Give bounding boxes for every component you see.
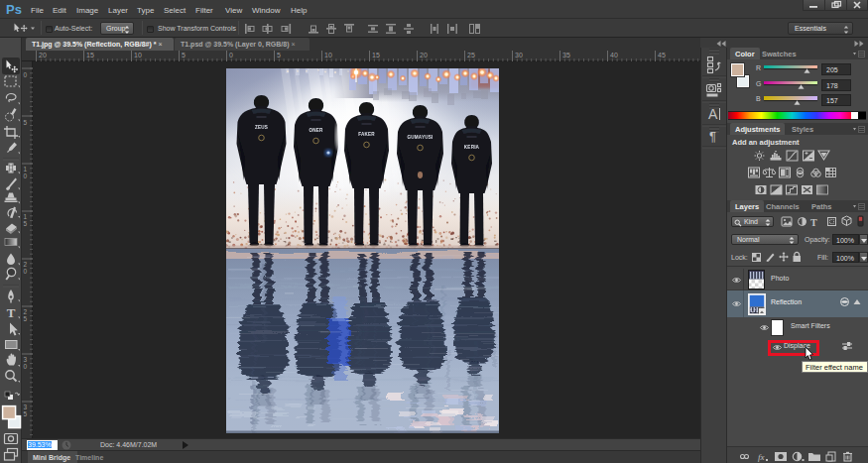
svg-text:GUMAYUSI: GUMAYUSI bbox=[408, 135, 434, 140]
svg-text:20: 20 bbox=[420, 52, 428, 58]
svg-text:ZEUS: ZEUS bbox=[255, 125, 268, 130]
svg-text:5: 5 bbox=[24, 220, 28, 227]
svg-text:ONER: ONER bbox=[309, 128, 323, 133]
svg-text:5: 5 bbox=[182, 52, 186, 58]
svg-text:KERIA: KERIA bbox=[464, 145, 480, 150]
svg-text:15: 15 bbox=[86, 52, 94, 58]
svg-text:15: 15 bbox=[372, 52, 380, 58]
svg-text:A: A bbox=[708, 106, 718, 122]
svg-text:20: 20 bbox=[39, 52, 47, 58]
svg-text:T: T bbox=[7, 305, 16, 320]
svg-text:30: 30 bbox=[515, 52, 523, 58]
svg-text:35: 35 bbox=[562, 52, 570, 58]
svg-text:5: 5 bbox=[24, 119, 28, 126]
svg-text:5: 5 bbox=[24, 315, 28, 322]
svg-text:25: 25 bbox=[467, 52, 475, 58]
svg-text:0: 0 bbox=[24, 71, 28, 78]
svg-text:10: 10 bbox=[324, 52, 332, 58]
svg-text:0: 0 bbox=[24, 268, 28, 275]
svg-text:5: 5 bbox=[277, 52, 281, 58]
svg-text:10: 10 bbox=[134, 52, 142, 58]
svg-text:0: 0 bbox=[229, 52, 233, 58]
svg-text:fx: fx bbox=[758, 452, 765, 462]
svg-text:5: 5 bbox=[24, 410, 28, 417]
svg-text:¶: ¶ bbox=[709, 129, 716, 144]
svg-text:45: 45 bbox=[658, 52, 666, 58]
svg-text:0: 0 bbox=[24, 363, 28, 370]
svg-text:0: 0 bbox=[24, 173, 28, 179]
svg-text:40: 40 bbox=[610, 52, 618, 58]
svg-text:FAKER: FAKER bbox=[358, 132, 375, 137]
